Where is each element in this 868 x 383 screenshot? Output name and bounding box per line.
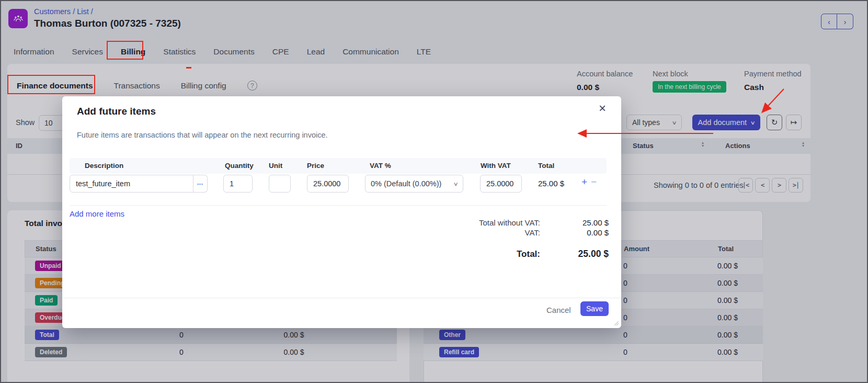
items-table-header (70, 158, 607, 174)
resize-handle-icon[interactable] (613, 320, 619, 326)
save-button[interactable]: Save (580, 301, 609, 316)
quantity-input[interactable] (223, 175, 253, 193)
col-with-vat: With VAT (481, 162, 511, 170)
col-price: Price (307, 162, 324, 170)
app-window: Customers / List / Thomas Burton (007325… (0, 0, 868, 383)
col-description: Description (85, 162, 123, 170)
description-options-button[interactable]: ••• (193, 175, 208, 193)
vat-value: 0% (Default (0.00%)) (371, 179, 441, 188)
grand-total-value: 25.00 $ (546, 249, 609, 260)
annotation-box-finance-documents (7, 75, 95, 94)
add-row-icon[interactable]: + (581, 176, 587, 188)
total-without-vat-value: 25.00 $ (556, 218, 609, 227)
with-vat-input[interactable] (480, 175, 522, 193)
modal-title: Add future items (77, 106, 156, 117)
cancel-button[interactable]: Cancel (546, 306, 571, 314)
row-divider (70, 205, 607, 206)
footer-divider (62, 298, 621, 298)
annotation-box-billing-tab (107, 41, 143, 60)
description-input-group: ••• (70, 175, 208, 193)
ellipsis-icon: ••• (197, 182, 203, 186)
vat-total-label: VAT: (436, 228, 540, 237)
col-quantity: Quantity (225, 162, 254, 170)
vat-select[interactable]: 0% (Default (0.00%)) ∨ (365, 175, 463, 193)
col-vat: VAT % (370, 162, 391, 170)
total-without-vat-label: Total without VAT: (436, 218, 540, 227)
description-input[interactable] (70, 175, 193, 193)
modal-description: Future items are transactions that will … (77, 131, 328, 139)
vat-total-value: 0.00 $ (556, 228, 609, 237)
price-input[interactable] (307, 175, 349, 193)
col-total: Total (538, 162, 554, 170)
grand-total-label: Total: (436, 249, 540, 260)
chevron-down-icon: ∨ (453, 181, 458, 187)
remove-row-icon[interactable]: − (591, 176, 597, 188)
annotation-tick (186, 67, 191, 69)
col-unit: Unit (269, 162, 282, 170)
unit-input[interactable] (269, 175, 291, 193)
close-icon[interactable]: × (599, 102, 606, 115)
item-total: 25.00 $ (538, 179, 564, 188)
add-future-items-modal: Add future items × Future items are tran… (62, 96, 621, 328)
add-more-items-link[interactable]: Add more items (70, 209, 124, 218)
